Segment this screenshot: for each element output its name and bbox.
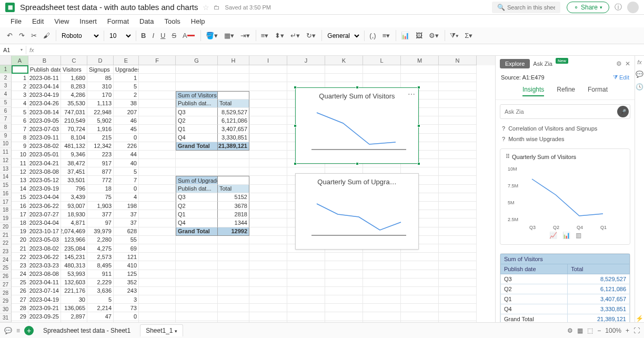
wrap-icon[interactable]: ↵▾ (288, 30, 303, 41)
cell[interactable] (249, 287, 287, 295)
cell[interactable]: 85 (87, 74, 114, 82)
explore-button[interactable]: Explore (500, 59, 530, 68)
cell[interactable] (287, 287, 325, 295)
menu-data[interactable]: Data (134, 16, 159, 26)
italic-icon[interactable]: I (149, 30, 157, 41)
cell[interactable]: 1,113 (87, 100, 114, 108)
row-header-21[interactable]: 21 (0, 231, 12, 240)
row-header-11[interactable]: 11 (0, 148, 12, 156)
row-header-14[interactable]: 14 (0, 173, 12, 182)
number-format-select[interactable]: General (324, 31, 361, 41)
cell[interactable] (287, 304, 325, 312)
cell[interactable]: 4 (114, 193, 139, 202)
cell[interactable]: 125 (114, 270, 139, 279)
cell[interactable]: 12 (12, 167, 28, 176)
cell[interactable]: 38,472 (61, 159, 87, 167)
cell[interactable] (439, 151, 477, 159)
cell[interactable]: 4,286 (61, 91, 87, 100)
suggestion-2[interactable]: ?Month wise Upgrades (496, 134, 635, 144)
row-header-23[interactable]: 23 (0, 247, 12, 256)
cell[interactable]: 15 (12, 193, 28, 202)
cell[interactable]: 136,065 (61, 304, 87, 312)
cell[interactable]: 37 (114, 210, 139, 218)
cell[interactable] (439, 244, 477, 253)
user-avatar[interactable] (627, 2, 639, 13)
cell[interactable] (325, 65, 363, 74)
cell[interactable] (249, 270, 287, 279)
cell[interactable] (439, 287, 477, 295)
cell[interactable]: 26 (12, 287, 28, 295)
cell[interactable] (401, 261, 439, 270)
cell[interactable]: Visitors (61, 65, 87, 74)
cell[interactable]: 4,275 (87, 244, 114, 253)
cell[interactable] (139, 295, 176, 304)
cell[interactable] (401, 74, 439, 82)
cell[interactable] (139, 202, 176, 210)
cell[interactable]: 2023-05-03 (28, 236, 61, 244)
row-header-25[interactable]: 25 (0, 264, 12, 273)
cell[interactable]: 2023-04-14 (28, 82, 61, 91)
cell[interactable]: 3678 (218, 202, 249, 210)
cell[interactable] (363, 74, 401, 82)
cell[interactable]: 170 (87, 91, 114, 100)
cell[interactable]: 628 (114, 227, 139, 236)
row-header-27[interactable]: 27 (0, 281, 12, 289)
cell[interactable]: 917 (87, 159, 114, 167)
row-header-26[interactable]: 26 (0, 272, 12, 281)
cell[interactable] (218, 312, 249, 321)
cell[interactable] (287, 65, 325, 74)
cell[interactable]: 2023-04-19 (28, 295, 61, 304)
cell[interactable] (401, 253, 439, 261)
zoom-level[interactable]: 100% (605, 327, 621, 334)
cell[interactable]: Q1 (176, 210, 218, 218)
row-header-3[interactable]: 3 (0, 82, 12, 90)
row-header-15[interactable]: 15 (0, 181, 12, 190)
cell[interactable] (176, 151, 218, 159)
cell[interactable]: 8 (12, 134, 28, 142)
add-sheet-button[interactable]: + (24, 326, 34, 335)
align-v-icon[interactable]: ⬍▾ (272, 30, 287, 41)
cell[interactable] (249, 304, 287, 312)
cell[interactable] (439, 270, 477, 279)
cut-icon[interactable]: ✂ (28, 30, 39, 41)
footer-icon-3[interactable]: ⬚ (587, 327, 593, 334)
cell[interactable]: 2023-08-02 (28, 244, 61, 253)
row-header-28[interactable]: 28 (0, 289, 12, 297)
cell[interactable] (401, 270, 439, 279)
cell[interactable] (401, 304, 439, 312)
cell[interactable] (287, 312, 325, 321)
cell[interactable]: 2,897 (61, 312, 87, 321)
ai-rail-icon[interactable]: ⚡ (636, 315, 643, 322)
paint-icon[interactable]: 🖌 (41, 30, 53, 41)
cell[interactable] (218, 261, 249, 270)
cell[interactable] (139, 100, 176, 108)
cell[interactable] (439, 82, 477, 91)
cell[interactable] (439, 304, 477, 312)
cell[interactable]: 210,549 (61, 116, 87, 125)
cell[interactable] (363, 279, 401, 287)
chat-icon[interactable]: 💬 (4, 327, 12, 334)
cell[interactable]: 2023-10-17 (28, 227, 61, 236)
cell[interactable]: 2023-03-23 (28, 261, 61, 270)
cell[interactable] (363, 270, 401, 279)
help-icon[interactable]: ⓘ (615, 3, 622, 12)
cell[interactable]: 796 (61, 185, 87, 193)
cell[interactable]: 2 (114, 91, 139, 100)
cell[interactable]: 3,636 (87, 287, 114, 295)
cell[interactable]: 21 (12, 244, 28, 253)
cell[interactable] (218, 159, 249, 167)
cell[interactable]: 23 (12, 261, 28, 270)
cell[interactable]: 2023-04-11 (28, 279, 61, 287)
cell[interactable]: 2 (12, 82, 28, 91)
cell[interactable]: 7 (114, 176, 139, 184)
history-rail-icon[interactable]: 🕓 (636, 83, 643, 91)
cell[interactable]: 2023-06-22 (28, 202, 61, 210)
row-header-31[interactable]: 31 (0, 314, 12, 322)
cell[interactable]: 5 (114, 82, 139, 91)
cell[interactable]: 22,948 (87, 108, 114, 116)
cell[interactable]: 40 (114, 159, 139, 167)
cell[interactable]: Q2 (176, 116, 218, 125)
cell[interactable]: 2023-04-26 (28, 100, 61, 108)
cell[interactable] (439, 167, 477, 176)
col-header-D[interactable]: D (87, 56, 114, 65)
